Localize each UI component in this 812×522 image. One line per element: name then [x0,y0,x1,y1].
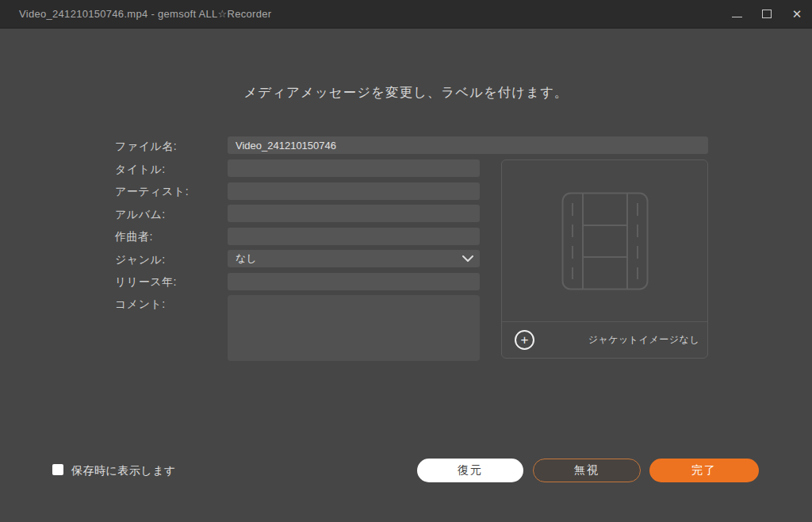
window-controls: ✕ [722,0,812,28]
close-icon: ✕ [792,8,802,20]
plus-icon: + [521,333,529,347]
show-on-save-checkbox[interactable] [52,464,63,475]
artist-label: アーティスト: [115,185,189,199]
restore-button[interactable]: 復元 [417,459,523,482]
title-input[interactable] [228,159,480,177]
album-label: アルバム: [115,208,166,222]
filename-input[interactable] [228,136,708,154]
jacket-image-placeholder [502,160,707,322]
composer-label: 作曲者: [115,230,153,244]
film-strip-icon [561,192,649,290]
window-title: Video_241210150746.mp4 - gemsoft ALL☆Rec… [0,8,271,20]
done-button[interactable]: 完了 [649,459,759,482]
close-button[interactable]: ✕ [782,0,812,28]
jacket-footer: + ジャケットイメージなし [502,321,707,358]
comment-textarea[interactable] [228,295,480,361]
title-label: タイトル: [115,163,166,177]
chevron-down-icon [462,255,473,262]
artist-input[interactable] [228,182,480,200]
comment-label: コメント: [115,297,166,312]
maximize-icon [762,10,772,18]
maximize-button[interactable] [752,0,782,28]
release-year-label: リリース年: [115,275,177,290]
genre-label: ジャンル: [115,253,166,267]
release-year-input[interactable] [228,273,480,290]
no-jacket-image-label: ジャケットイメージなし [588,333,699,347]
page-title: メディアメッセージを変更し、ラベルを付けます。 [0,84,812,102]
show-on-save-label: 保存時に表示します [71,464,176,478]
jacket-image-panel: + ジャケットイメージなし [501,159,708,359]
minimize-button[interactable] [722,0,752,28]
filename-label: ファイル名: [115,140,177,154]
album-input[interactable] [228,205,480,222]
add-jacket-image-button[interactable]: + [515,330,534,350]
genre-select[interactable]: なし [228,250,480,267]
titlebar: Video_241210150746.mp4 - gemsoft ALL☆Rec… [0,0,812,29]
minimize-icon [732,17,742,17]
composer-input[interactable] [228,228,480,245]
ignore-button[interactable]: 無視 [533,459,641,482]
genre-selected-value: なし [236,251,257,266]
